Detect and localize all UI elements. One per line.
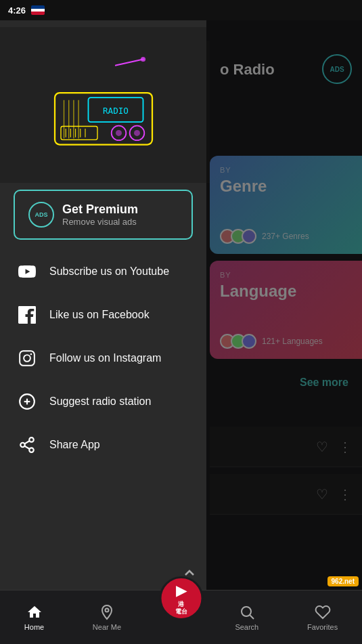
svg-point-44 [29, 437, 34, 442]
nav-label-near-me: Near Me [93, 623, 121, 631]
facebook-icon [17, 305, 37, 325]
menu-label-share: Share App [49, 439, 100, 451]
svg-point-46 [29, 448, 34, 452]
flag-icon [31, 5, 45, 15]
svg-rect-38 [20, 351, 35, 366]
home-icon [26, 604, 43, 620]
premium-subtitle: Remove visual ads [62, 217, 178, 227]
premium-button[interactable]: ADS Get Premium Remove visual ads [14, 190, 193, 240]
svg-line-51 [250, 615, 254, 619]
menu-label-suggest: Suggest radio station [49, 395, 151, 408]
svg-point-50 [242, 607, 251, 616]
svg-point-45 [20, 443, 25, 448]
nav-label-search: Search [235, 623, 258, 631]
nav-item-near-me[interactable]: Near Me [79, 599, 135, 637]
nav-label-home: Home [24, 623, 44, 631]
location-icon [99, 604, 115, 620]
instagram-icon [17, 348, 37, 368]
search-icon [239, 604, 255, 620]
menu-item-youtube[interactable]: Subscribe us on Youtube [0, 250, 206, 293]
drawer-logo: RADIO [0, 27, 206, 183]
favorites-heart-icon [315, 604, 331, 620]
menu-item-facebook[interactable]: Like us on Facebook [0, 293, 206, 337]
svg-rect-28 [61, 127, 97, 140]
drawer-neon-radio-icon: RADIO [43, 54, 164, 156]
svg-point-49 [105, 608, 108, 611]
status-time: 4:26 [8, 5, 26, 16]
svg-line-19 [116, 60, 143, 66]
svg-text:RADIO: RADIO [103, 106, 129, 116]
svg-point-35 [116, 130, 122, 136]
nav-item-favorites[interactable]: Favorites [294, 599, 351, 637]
center-play-button[interactable]: ▶ 港電台 [159, 576, 203, 620]
play-triangle-icon: ▶ [175, 582, 187, 599]
watermark: 962.net [327, 576, 359, 586]
center-play-content: ▶ 港電台 [175, 582, 187, 616]
nav-item-search[interactable]: Search [221, 599, 272, 637]
svg-rect-21 [55, 93, 152, 145]
status-icons [31, 5, 45, 15]
share-icon [17, 435, 37, 455]
menu-item-share[interactable]: Share App [0, 423, 206, 467]
premium-title: Get Premium [62, 202, 178, 217]
svg-point-39 [24, 355, 30, 362]
menu-label-youtube: Subscribe us on Youtube [49, 265, 169, 278]
nav-label-favorites: Favorites [307, 623, 338, 631]
status-bar: 4:26 [0, 0, 362, 20]
youtube-icon [17, 261, 37, 282]
sidebar-drawer: RADIO ADS Get Premium Remove visual ads [0, 20, 206, 644]
svg-point-20 [140, 57, 145, 62]
menu-label-facebook: Like us on Facebook [49, 309, 150, 321]
menu-label-instagram: Follow us on Instagram [49, 352, 161, 364]
menu-item-suggest[interactable]: Suggest radio station [0, 380, 206, 423]
svg-point-40 [30, 353, 32, 356]
svg-line-48 [24, 441, 29, 444]
premium-ads-badge: ADS [28, 202, 54, 228]
plus-circle-icon [17, 391, 37, 412]
svg-point-37 [134, 130, 140, 136]
menu-item-instagram[interactable]: Follow us on Instagram [0, 337, 206, 380]
svg-line-47 [24, 446, 29, 449]
play-station-label: 港電台 [175, 601, 187, 616]
premium-text: Get Premium Remove visual ads [62, 202, 178, 227]
nav-item-home[interactable]: Home [11, 599, 58, 637]
